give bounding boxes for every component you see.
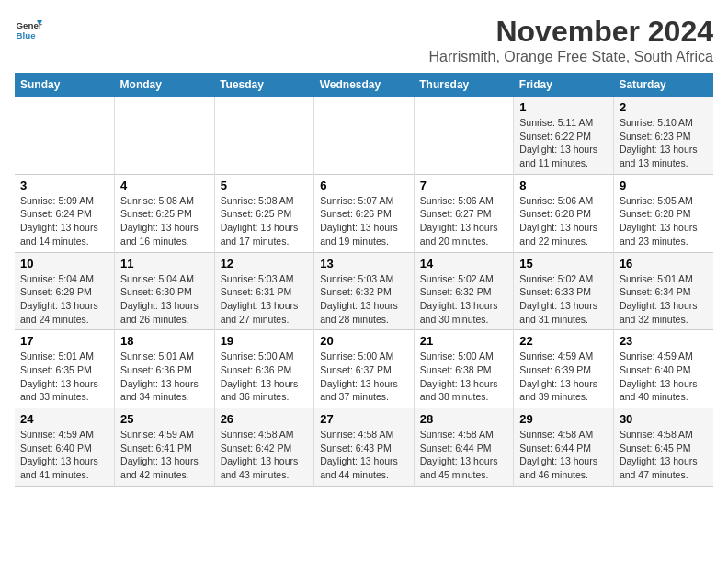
day-cell: 1Sunrise: 5:11 AM Sunset: 6:22 PM Daylig…	[514, 97, 614, 174]
day-number: 13	[320, 257, 408, 270]
day-cell: 16Sunrise: 5:01 AM Sunset: 6:34 PM Dayli…	[613, 252, 713, 330]
day-number: 1	[519, 100, 608, 114]
day-number: 18	[120, 334, 209, 348]
day-detail: Sunrise: 5:07 AM Sunset: 6:26 PM Dayligh…	[320, 194, 408, 248]
day-cell: 22Sunrise: 4:59 AM Sunset: 6:39 PM Dayli…	[514, 330, 614, 408]
day-cell: 9Sunrise: 5:05 AM Sunset: 6:28 PM Daylig…	[613, 174, 713, 252]
day-cell: 6Sunrise: 5:07 AM Sunset: 6:26 PM Daylig…	[314, 174, 415, 252]
day-cell	[214, 97, 314, 174]
day-detail: Sunrise: 5:04 AM Sunset: 6:29 PM Dayligh…	[20, 272, 108, 327]
day-detail: Sunrise: 4:58 AM Sunset: 6:44 PM Dayligh…	[420, 428, 508, 482]
week-row-5: 24Sunrise: 4:59 AM Sunset: 6:40 PM Dayli…	[15, 408, 713, 487]
day-cell: 11Sunrise: 5:04 AM Sunset: 6:30 PM Dayli…	[115, 252, 215, 330]
day-cell: 25Sunrise: 4:59 AM Sunset: 6:41 PM Dayli…	[115, 408, 215, 487]
day-number: 22	[519, 334, 608, 348]
day-detail: Sunrise: 5:06 AM Sunset: 6:27 PM Dayligh…	[420, 194, 508, 248]
column-header-monday: Monday	[115, 73, 215, 97]
day-cell: 10Sunrise: 5:04 AM Sunset: 6:29 PM Dayli…	[15, 252, 115, 330]
day-cell: 18Sunrise: 5:01 AM Sunset: 6:36 PM Dayli…	[115, 330, 215, 408]
day-number: 4	[120, 178, 209, 192]
day-number: 27	[320, 412, 408, 426]
day-number: 12	[221, 257, 309, 270]
day-detail: Sunrise: 5:01 AM Sunset: 6:36 PM Dayligh…	[120, 350, 209, 404]
day-cell: 21Sunrise: 5:00 AM Sunset: 6:38 PM Dayli…	[414, 330, 514, 408]
day-cell	[15, 97, 115, 174]
calendar-table: SundayMondayTuesdayWednesdayThursdayFrid…	[15, 73, 713, 487]
title-area: November 2024 Harrismith, Orange Free St…	[429, 15, 713, 65]
day-detail: Sunrise: 5:05 AM Sunset: 6:28 PM Dayligh…	[620, 194, 708, 248]
day-cell: 14Sunrise: 5:02 AM Sunset: 6:32 PM Dayli…	[414, 252, 514, 330]
day-number: 29	[519, 412, 608, 426]
day-detail: Sunrise: 5:00 AM Sunset: 6:38 PM Dayligh…	[420, 350, 508, 404]
day-detail: Sunrise: 5:10 AM Sunset: 6:23 PM Dayligh…	[620, 116, 708, 170]
day-number: 15	[519, 257, 608, 270]
day-number: 28	[420, 412, 508, 426]
logo-icon: General Blue	[15, 15, 42, 42]
day-number: 26	[221, 412, 309, 426]
day-number: 3	[20, 178, 108, 192]
column-header-tuesday: Tuesday	[214, 73, 314, 97]
column-header-wednesday: Wednesday	[314, 73, 415, 97]
day-number: 8	[519, 178, 608, 192]
day-detail: Sunrise: 4:59 AM Sunset: 6:41 PM Dayligh…	[120, 428, 209, 482]
day-cell	[414, 97, 514, 174]
day-number: 21	[420, 334, 508, 348]
calendar-header-row: SundayMondayTuesdayWednesdayThursdayFrid…	[15, 73, 713, 97]
column-header-sunday: Sunday	[15, 73, 115, 97]
day-detail: Sunrise: 4:59 AM Sunset: 6:40 PM Dayligh…	[620, 350, 708, 404]
day-detail: Sunrise: 5:00 AM Sunset: 6:37 PM Dayligh…	[320, 350, 408, 404]
logo: General Blue	[15, 15, 42, 42]
day-detail: Sunrise: 5:11 AM Sunset: 6:22 PM Dayligh…	[519, 116, 608, 170]
day-detail: Sunrise: 5:03 AM Sunset: 6:32 PM Dayligh…	[320, 272, 408, 327]
day-number: 16	[620, 257, 708, 270]
day-number: 14	[420, 257, 508, 270]
day-cell: 8Sunrise: 5:06 AM Sunset: 6:28 PM Daylig…	[514, 174, 614, 252]
day-cell: 17Sunrise: 5:01 AM Sunset: 6:35 PM Dayli…	[15, 330, 115, 408]
day-number: 17	[20, 334, 108, 348]
day-detail: Sunrise: 4:58 AM Sunset: 6:44 PM Dayligh…	[519, 428, 608, 482]
day-cell: 28Sunrise: 4:58 AM Sunset: 6:44 PM Dayli…	[414, 408, 514, 487]
day-detail: Sunrise: 4:58 AM Sunset: 6:45 PM Dayligh…	[620, 428, 708, 482]
week-row-3: 10Sunrise: 5:04 AM Sunset: 6:29 PM Dayli…	[15, 252, 713, 330]
day-detail: Sunrise: 5:01 AM Sunset: 6:35 PM Dayligh…	[20, 350, 108, 404]
day-cell	[314, 97, 415, 174]
page-header: General Blue November 2024 Harrismith, O…	[15, 15, 713, 65]
day-cell	[115, 97, 215, 174]
day-cell: 24Sunrise: 4:59 AM Sunset: 6:40 PM Dayli…	[15, 408, 115, 487]
week-row-1: 1Sunrise: 5:11 AM Sunset: 6:22 PM Daylig…	[15, 97, 713, 174]
day-detail: Sunrise: 5:06 AM Sunset: 6:28 PM Dayligh…	[519, 194, 608, 248]
day-cell: 20Sunrise: 5:00 AM Sunset: 6:37 PM Dayli…	[314, 330, 415, 408]
column-header-saturday: Saturday	[613, 73, 713, 97]
day-detail: Sunrise: 4:59 AM Sunset: 6:40 PM Dayligh…	[20, 428, 108, 482]
day-detail: Sunrise: 5:08 AM Sunset: 6:25 PM Dayligh…	[221, 194, 309, 248]
day-number: 23	[620, 334, 708, 348]
day-number: 24	[20, 412, 108, 426]
page-title: November 2024	[429, 15, 713, 49]
day-detail: Sunrise: 5:03 AM Sunset: 6:31 PM Dayligh…	[221, 272, 309, 327]
day-detail: Sunrise: 4:58 AM Sunset: 6:43 PM Dayligh…	[320, 428, 408, 482]
day-number: 25	[120, 412, 209, 426]
day-cell: 30Sunrise: 4:58 AM Sunset: 6:45 PM Dayli…	[613, 408, 713, 487]
day-cell: 13Sunrise: 5:03 AM Sunset: 6:32 PM Dayli…	[314, 252, 415, 330]
day-cell: 29Sunrise: 4:58 AM Sunset: 6:44 PM Dayli…	[514, 408, 614, 487]
day-cell: 19Sunrise: 5:00 AM Sunset: 6:36 PM Dayli…	[214, 330, 314, 408]
day-detail: Sunrise: 5:00 AM Sunset: 6:36 PM Dayligh…	[221, 350, 309, 404]
day-detail: Sunrise: 4:58 AM Sunset: 6:42 PM Dayligh…	[221, 428, 309, 482]
day-number: 2	[620, 100, 708, 114]
week-row-2: 3Sunrise: 5:09 AM Sunset: 6:24 PM Daylig…	[15, 174, 713, 252]
day-detail: Sunrise: 5:09 AM Sunset: 6:24 PM Dayligh…	[20, 194, 108, 248]
day-detail: Sunrise: 5:01 AM Sunset: 6:34 PM Dayligh…	[620, 272, 708, 327]
day-detail: Sunrise: 4:59 AM Sunset: 6:39 PM Dayligh…	[519, 350, 608, 404]
page-subtitle: Harrismith, Orange Free State, South Afr…	[429, 49, 713, 65]
day-cell: 4Sunrise: 5:08 AM Sunset: 6:25 PM Daylig…	[115, 174, 215, 252]
day-detail: Sunrise: 5:04 AM Sunset: 6:30 PM Dayligh…	[120, 272, 209, 327]
day-number: 5	[221, 178, 309, 192]
day-cell: 26Sunrise: 4:58 AM Sunset: 6:42 PM Dayli…	[214, 408, 314, 487]
day-detail: Sunrise: 5:08 AM Sunset: 6:25 PM Dayligh…	[120, 194, 209, 248]
day-detail: Sunrise: 5:02 AM Sunset: 6:32 PM Dayligh…	[420, 272, 508, 327]
day-cell: 3Sunrise: 5:09 AM Sunset: 6:24 PM Daylig…	[15, 174, 115, 252]
day-number: 6	[320, 178, 408, 192]
day-number: 19	[221, 334, 309, 348]
day-cell: 23Sunrise: 4:59 AM Sunset: 6:40 PM Dayli…	[613, 330, 713, 408]
day-number: 11	[120, 257, 209, 270]
